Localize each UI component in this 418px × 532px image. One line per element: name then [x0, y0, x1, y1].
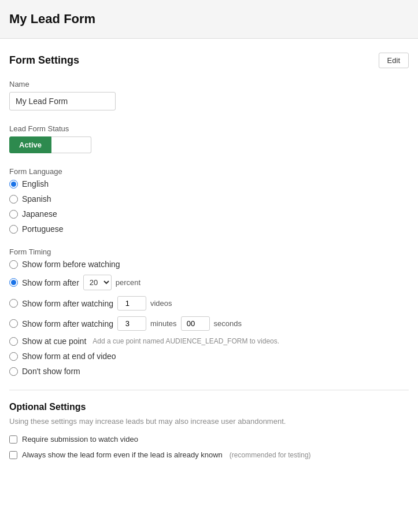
optional-section: Optional Settings Using these settings m… — [9, 390, 409, 459]
status-label: Lead Form Status — [9, 124, 409, 133]
name-input[interactable] — [9, 92, 116, 110]
timing-label: Form Timing — [9, 247, 409, 256]
seconds-unit: seconds — [214, 319, 242, 328]
language-spanish[interactable]: Spanish — [9, 194, 409, 204]
videos-count-input[interactable] — [117, 296, 146, 311]
always-show-checkbox[interactable] — [9, 451, 17, 459]
videos-unit: videos — [150, 299, 172, 308]
timing-end-label: Show form at end of video — [22, 352, 116, 361]
timing-before-radio[interactable] — [9, 260, 18, 269]
recommended-text: (recommended for testing) — [230, 451, 311, 459]
always-show-text: Always show the lead form even if the le… — [22, 450, 223, 459]
require-submission-checkbox[interactable] — [9, 435, 17, 444]
percent-select[interactable]: 10 20 25 50 75 — [83, 275, 112, 290]
language-spanish-radio[interactable] — [9, 195, 18, 204]
timing-after-percent-label: Show form after — [22, 278, 79, 287]
timing-end-radio[interactable] — [9, 352, 18, 361]
language-portuguese-label: Portuguese — [22, 224, 64, 234]
timing-after-percent-radio[interactable] — [9, 278, 18, 287]
language-japanese-label: Japanese — [22, 209, 57, 219]
language-radio-group: English Spanish Japanese Portuguese — [9, 179, 409, 234]
status-inactive-button[interactable] — [51, 136, 91, 153]
timing-after-videos-label: Show form after watching — [22, 299, 113, 308]
seconds-input[interactable] — [181, 316, 210, 331]
name-group: Name — [9, 80, 409, 110]
edit-button[interactable]: Edit — [379, 53, 409, 68]
language-label: Form Language — [9, 167, 409, 176]
language-japanese-radio[interactable] — [9, 210, 18, 219]
minutes-unit: minutes — [150, 319, 177, 328]
main-content: Form Settings Edit Name Lead Form Status… — [0, 39, 418, 480]
section-title: Form Settings — [9, 54, 79, 66]
timing-after-videos-radio[interactable] — [9, 299, 18, 308]
require-submission-label[interactable]: Require submission to watch video — [9, 435, 409, 444]
status-group: Lead Form Status Active — [9, 124, 409, 153]
timing-before-label: Show form before watching — [22, 260, 120, 269]
timing-group: Form Timing Show form before watching Sh… — [9, 247, 409, 376]
always-show-label[interactable]: Always show the lead form even if the le… — [9, 450, 409, 459]
status-active-button[interactable]: Active — [9, 136, 51, 153]
timing-never[interactable]: Don't show form — [9, 367, 409, 376]
timing-cue-point[interactable]: Show at cue point Add a cue point named … — [9, 337, 409, 346]
page-header: My Lead Form — [0, 0, 418, 39]
timing-radio-group: Show form before watching Show form afte… — [9, 260, 409, 376]
timing-after-minutes-label: Show form after watching — [22, 319, 113, 328]
name-label: Name — [9, 80, 409, 88]
language-portuguese-radio[interactable] — [9, 225, 18, 234]
timing-end[interactable]: Show form at end of video — [9, 352, 409, 361]
language-english-radio[interactable] — [9, 180, 18, 189]
page-title: My Lead Form — [9, 12, 409, 27]
minutes-input[interactable] — [117, 316, 146, 331]
timing-after-videos[interactable]: Show form after watching videos — [9, 296, 409, 311]
timing-never-radio[interactable] — [9, 367, 18, 376]
optional-desc: Using these settings may increase leads … — [9, 417, 409, 426]
status-toggle: Active — [9, 136, 409, 153]
timing-before[interactable]: Show form before watching — [9, 260, 409, 269]
timing-never-label: Don't show form — [22, 367, 80, 376]
timing-after-percent[interactable]: Show form after 10 20 25 50 75 percent — [9, 275, 409, 290]
require-submission-text: Require submission to watch video — [22, 435, 138, 444]
language-portuguese[interactable]: Portuguese — [9, 224, 409, 234]
language-english[interactable]: English — [9, 179, 409, 189]
timing-after-minutes[interactable]: Show form after watching minutes seconds — [9, 316, 409, 331]
percent-unit: percent — [116, 278, 140, 287]
language-spanish-label: Spanish — [22, 194, 51, 204]
timing-after-minutes-radio[interactable] — [9, 319, 18, 328]
language-group: Form Language English Spanish Japanese P… — [9, 167, 409, 234]
timing-cue-point-radio[interactable] — [9, 337, 18, 346]
cue-point-hint: Add a cue point named AUDIENCE_LEAD_FORM… — [93, 337, 279, 345]
section-header: Form Settings Edit — [9, 53, 409, 68]
language-japanese[interactable]: Japanese — [9, 209, 409, 219]
language-english-label: English — [22, 179, 49, 189]
timing-cue-point-label: Show at cue point — [22, 337, 86, 346]
optional-title: Optional Settings — [9, 402, 409, 412]
